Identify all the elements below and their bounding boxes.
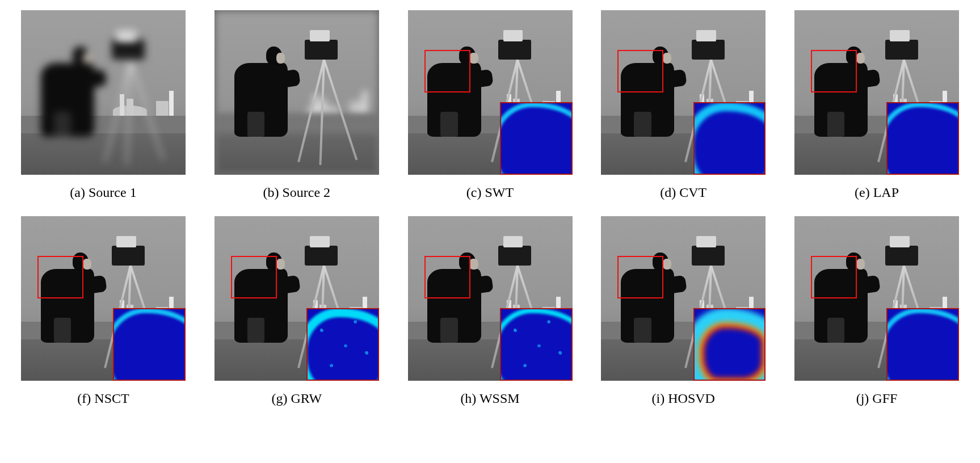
caption-g: (g) GRW: [271, 391, 322, 406]
roi-box: [37, 256, 83, 298]
subfig-f: (f) NSCT: [12, 216, 194, 406]
difference-inset: [500, 102, 573, 175]
panel-wssm: [408, 216, 573, 381]
roi-box: [424, 256, 470, 298]
difference-inset: [693, 308, 766, 381]
caption-c: (c) SWT: [466, 185, 514, 200]
difference-inset: [306, 308, 379, 381]
panel-lap: [794, 10, 959, 175]
subfig-d: (d) CVT: [592, 10, 774, 200]
difference-inset: [886, 308, 959, 381]
subfig-j: (j) GFF: [786, 216, 968, 406]
scene-image: [21, 10, 186, 175]
subfig-c: (c) SWT: [399, 10, 581, 200]
roi-box: [617, 256, 663, 298]
panel-gff: [794, 216, 959, 381]
difference-inset: [693, 102, 766, 175]
roi-box: [617, 50, 663, 92]
caption-h: (h) WSSM: [460, 391, 519, 406]
roi-box: [811, 256, 857, 298]
panel-swt: [408, 10, 573, 175]
subfig-h: (h) WSSM: [399, 216, 581, 406]
panel-source-2: [214, 10, 379, 175]
roi-box: [424, 50, 470, 92]
subfig-e: (e) LAP: [786, 10, 968, 200]
caption-e: (e) LAP: [855, 185, 899, 200]
caption-i: (i) HOSVD: [652, 391, 715, 406]
caption-a: (a) Source 1: [70, 185, 136, 200]
caption-b: (b) Source 2: [263, 185, 330, 200]
figure-grid: (a) Source 1 (b) Source 2: [0, 0, 980, 420]
difference-inset: [886, 102, 959, 175]
scene-image: [214, 10, 379, 175]
panel-hosvd: [601, 216, 766, 381]
subfig-a: (a) Source 1: [12, 10, 194, 200]
panel-nsct: [21, 216, 186, 381]
subfig-b: (b) Source 2: [206, 10, 388, 200]
caption-j: (j) GFF: [856, 391, 898, 406]
figure-row-2: (f) NSCT (g) GRW: [12, 216, 968, 406]
figure-row-1: (a) Source 1 (b) Source 2: [12, 10, 968, 200]
panel-grw: [214, 216, 379, 381]
difference-inset: [500, 308, 573, 381]
panel-source-1: [21, 10, 186, 175]
roi-box: [811, 50, 857, 92]
subfig-i: (i) HOSVD: [592, 216, 774, 406]
roi-box: [231, 256, 277, 298]
panel-cvt: [601, 10, 766, 175]
difference-inset: [113, 308, 186, 381]
caption-d: (d) CVT: [660, 185, 706, 200]
caption-f: (f) NSCT: [77, 391, 129, 406]
subfig-g: (g) GRW: [206, 216, 388, 406]
